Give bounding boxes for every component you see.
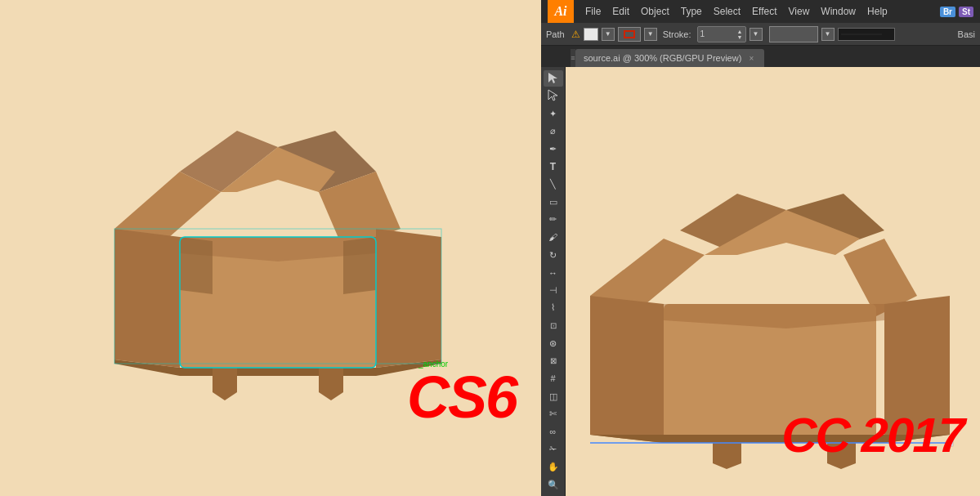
warning-icon: ⚠: [571, 29, 580, 40]
stroke-unit-dropdown[interactable]: ▼: [750, 28, 763, 41]
svg-marker-17: [548, 90, 557, 101]
brush-tool[interactable]: 🖌: [544, 230, 563, 246]
title-bar-right: Br St: [940, 7, 973, 17]
svg-marker-6: [114, 229, 180, 368]
lasso-tool[interactable]: ⌀: [544, 123, 563, 140]
main-area: ✦ ⌀ ✒ T ╲ ▭ ✏ 🖌 ↻ ↔ ⊣ ⌇ ⊡ ⊛ ⊠ # ◫ ✄ ∞ ✁ …: [541, 67, 980, 496]
rect-tool[interactable]: ▭: [544, 194, 563, 210]
title-bar: Ai File Edit Object Type Select Effect V…: [541, 0, 980, 23]
menu-edit[interactable]: Edit: [607, 4, 634, 19]
pencil-tool[interactable]: ✏: [544, 212, 563, 228]
hand-tool[interactable]: ✋: [544, 459, 563, 476]
selection-tool[interactable]: [544, 70, 563, 87]
tab-title: source.ai @ 300% (RGB/GPU Preview): [584, 53, 741, 63]
cs6-box-illustration: [49, 65, 507, 409]
document-tab[interactable]: source.ai @ 300% (RGB/GPU Preview) ×: [575, 49, 764, 67]
svg-marker-24: [590, 296, 664, 443]
zoom-tool[interactable]: 🔍: [544, 476, 563, 493]
direct-select-tool[interactable]: [544, 88, 563, 105]
menu-view[interactable]: View: [784, 4, 815, 19]
br-badge[interactable]: Br: [940, 7, 955, 17]
magic-wand-tool[interactable]: ✦: [544, 105, 563, 122]
warp-tool[interactable]: ⌇: [544, 300, 563, 316]
stroke-color-control[interactable]: [618, 27, 641, 42]
stroke-preview: [838, 28, 895, 41]
eyedropper-tool[interactable]: ✄: [544, 406, 563, 422]
width-tool[interactable]: ⊣: [544, 283, 563, 299]
menu-window[interactable]: Window: [816, 4, 861, 19]
stroke-dropdown[interactable]: ▼: [644, 28, 657, 41]
svg-marker-28: [713, 443, 741, 469]
menu-help[interactable]: Help: [862, 4, 893, 19]
toolbox: ✦ ⌀ ✒ T ╲ ▭ ✏ 🖌 ↻ ↔ ⊣ ⌇ ⊡ ⊛ ⊠ # ◫ ✄ ∞ ✁ …: [541, 67, 566, 496]
path-label: Path: [546, 29, 565, 39]
type-tool[interactable]: T: [544, 159, 563, 175]
cs6-version-label: CS6: [407, 364, 517, 431]
stroke-input[interactable]: 1 ▲ ▼: [697, 26, 746, 42]
reflect-tool[interactable]: ↔: [544, 265, 563, 281]
ai-logo: Ai: [548, 0, 574, 23]
svg-marker-11: [343, 237, 376, 294]
variable-dropdown[interactable]: ▼: [821, 28, 835, 41]
cc2017-version-label: CC 2017: [781, 407, 964, 463]
options-bar: Path ⚠ ▼ ▼ Stroke: 1 ▲ ▼ ▼ ▼ Basi: [541, 23, 980, 46]
svg-marker-10: [180, 237, 213, 294]
canvas-background: CC 2017: [566, 67, 980, 496]
symbol-spray-tool[interactable]: ⊛: [544, 335, 563, 351]
line-tool[interactable]: ╲: [544, 177, 563, 193]
illustrator-ui-panel: Ai File Edit Object Type Select Effect V…: [541, 0, 980, 496]
blend-tool[interactable]: ∞: [544, 424, 563, 440]
perspective-tool[interactable]: ⊠: [544, 353, 563, 369]
menu-bar: File Edit Object Type Select Effect View…: [580, 4, 933, 19]
style-label: Basi: [958, 29, 975, 39]
svg-marker-7: [376, 229, 441, 368]
st-badge[interactable]: St: [959, 7, 973, 17]
fill-color-swatch[interactable]: [584, 28, 598, 41]
canvas-area: CC 2017: [566, 67, 980, 496]
stroke-label: Stroke:: [663, 29, 691, 39]
free-transform-tool[interactable]: ⊡: [544, 318, 563, 334]
menu-effect[interactable]: Effect: [747, 4, 781, 19]
rotate-tool[interactable]: ↻: [544, 247, 563, 263]
scissors-tool[interactable]: ✁: [544, 441, 563, 458]
mesh-tool[interactable]: #: [544, 371, 563, 387]
svg-marker-12: [213, 368, 237, 400]
tab-bar: ≡ source.ai @ 300% (RGB/GPU Preview) ×: [541, 46, 980, 67]
menu-file[interactable]: File: [580, 4, 606, 19]
fill-dropdown[interactable]: ▼: [602, 28, 615, 41]
variable-control[interactable]: [769, 26, 818, 42]
menu-object[interactable]: Object: [636, 4, 674, 19]
svg-marker-13: [319, 368, 343, 400]
svg-marker-16: [548, 73, 557, 83]
menu-select[interactable]: Select: [709, 4, 745, 19]
gradient-tool[interactable]: ◫: [544, 388, 563, 404]
cs6-panel: _anchor CS6: [0, 0, 541, 496]
tab-close-button[interactable]: ×: [746, 53, 756, 63]
stroke-arrows[interactable]: ▲ ▼: [737, 29, 743, 40]
menu-type[interactable]: Type: [676, 4, 707, 19]
pen-tool[interactable]: ✒: [544, 141, 563, 158]
